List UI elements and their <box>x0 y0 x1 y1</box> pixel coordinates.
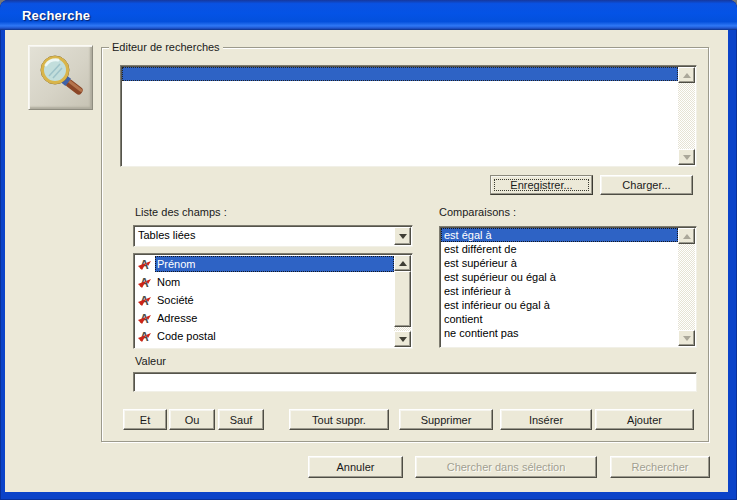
value-label: Valeur <box>135 355 166 367</box>
scroll-up-button[interactable] <box>678 67 695 83</box>
triangle-down-icon <box>683 336 691 341</box>
comparison-list-item[interactable]: est égal à <box>441 228 678 242</box>
comparison-label: est inférieur ou égal à <box>444 299 550 311</box>
scroll-down-button[interactable] <box>678 149 695 165</box>
scrollbar-thumb[interactable] <box>394 271 411 327</box>
comparisons-label: Comparaisons : <box>439 206 516 218</box>
comparison-list-item[interactable]: est différent de <box>441 242 678 256</box>
triangle-up-icon <box>683 73 691 78</box>
alpha-field-icon: A <box>135 330 155 343</box>
clear-all-button[interactable]: Tout suppr. <box>289 409 389 430</box>
scroll-down-button[interactable] <box>678 330 695 346</box>
triangle-down-icon <box>399 337 407 342</box>
scrollbar-track[interactable] <box>678 83 695 149</box>
window-title: Recherche <box>22 8 90 23</box>
comparison-list-item[interactable]: est inférieur à <box>441 284 678 298</box>
field-name-label: Code postal <box>157 330 216 342</box>
field-list-scrollbar[interactable] <box>394 255 411 347</box>
insert-button[interactable]: Insérer <box>500 409 592 430</box>
load-search-button[interactable]: Charger... <box>600 175 693 195</box>
search-editor-list[interactable] <box>120 65 697 167</box>
comparison-list-item[interactable]: contient <box>441 312 678 326</box>
fields-list-label: Liste des champs : <box>135 206 227 218</box>
comparison-label: est différent de <box>444 243 517 255</box>
comparison-list-item[interactable]: est inférieur ou égal à <box>441 298 678 312</box>
field-list-item[interactable]: A Code postal <box>135 327 394 345</box>
comparisons-scrollbar[interactable] <box>678 228 695 346</box>
field-list-item[interactable]: A Adresse <box>135 309 394 327</box>
scroll-up-button[interactable] <box>394 255 411 271</box>
comparison-label: ne contient pas <box>444 327 519 339</box>
dialog-body: Editeur de recherches Enregistrer... Cha… <box>5 30 728 492</box>
value-input[interactable] <box>133 372 697 392</box>
comparison-label: est supérieur ou égal à <box>444 271 556 283</box>
dropdown-button[interactable] <box>394 227 411 245</box>
cancel-button[interactable]: Annuler <box>308 456 403 478</box>
comparison-label: est égal à <box>444 229 492 241</box>
field-list-item[interactable]: A Prénom <box>135 255 394 273</box>
comparisons-list[interactable]: est égal àest différent deest supérieur … <box>439 226 697 348</box>
triangle-down-icon <box>683 155 691 160</box>
or-operator-button[interactable]: Ou <box>169 409 215 430</box>
field-list-item[interactable]: A Nom <box>135 273 394 291</box>
comparison-list-item[interactable]: est supérieur à <box>441 256 678 270</box>
field-list-item[interactable]: A Société <box>135 291 394 309</box>
tables-dropdown[interactable]: Tables liées <box>133 225 413 247</box>
field-name-label: Nom <box>157 276 180 288</box>
field-list-item[interactable]: A <box>135 345 394 347</box>
alpha-field-icon: A <box>135 294 155 307</box>
except-operator-button[interactable]: Sauf <box>218 409 264 430</box>
recherche-dialog: Recherche Editeur de recherches <box>0 0 737 500</box>
editor-groupbox: Editeur de recherches Enregistrer... Cha… <box>101 47 709 442</box>
scroll-down-button[interactable] <box>394 331 411 347</box>
and-operator-button[interactable]: Et <box>123 409 167 430</box>
alpha-field-icon: A <box>135 312 155 325</box>
groupbox-label: Editeur de recherches <box>109 41 223 53</box>
magnifier-icon <box>36 53 86 103</box>
selected-query-row[interactable] <box>122 67 678 81</box>
triangle-up-icon <box>683 234 691 239</box>
triangle-down-icon <box>399 234 407 239</box>
field-name-label: Société <box>157 294 194 306</box>
titlebar[interactable]: Recherche <box>0 0 737 30</box>
comparison-label: contient <box>444 313 483 325</box>
search-in-selection-button[interactable]: Chercher dans sélection <box>415 456 597 478</box>
scrollbar-track[interactable] <box>678 244 695 330</box>
add-button[interactable]: Ajouter <box>595 409 694 430</box>
comparison-label: est supérieur à <box>444 257 517 269</box>
save-search-button[interactable]: Enregistrer... <box>490 175 593 195</box>
dialog-icon-tile <box>28 45 93 110</box>
scrollbar-track[interactable] <box>394 271 411 331</box>
triangle-up-icon <box>399 261 407 266</box>
comparison-list-item[interactable]: est supérieur ou égal à <box>441 270 678 284</box>
search-button[interactable]: Rechercher <box>610 456 710 478</box>
alpha-field-icon: A <box>135 276 155 289</box>
dropdown-value: Tables liées <box>138 229 195 241</box>
field-list[interactable]: A Prénom A Nom A Société A <box>133 253 413 349</box>
field-name-label: Adresse <box>157 312 197 324</box>
delete-button[interactable]: Supprimer <box>399 409 493 430</box>
scroll-up-button[interactable] <box>678 228 695 244</box>
comparison-label: est inférieur à <box>444 285 511 297</box>
editor-list-scrollbar[interactable] <box>678 67 695 165</box>
comparison-list-item[interactable]: ne contient pas <box>441 326 678 340</box>
alpha-field-icon: A <box>135 258 155 271</box>
field-name-label: Prénom <box>157 258 196 270</box>
